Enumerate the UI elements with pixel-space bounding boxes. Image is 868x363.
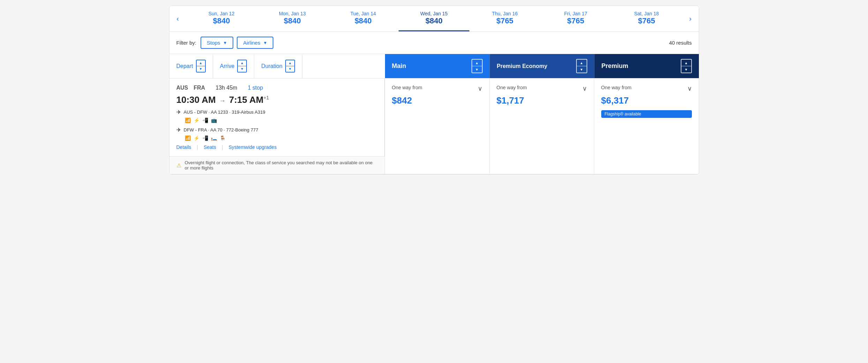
depart-sort-down[interactable]: ▼ <box>197 66 205 72</box>
main-col-label: Main <box>392 62 406 70</box>
stops-label: Stops <box>207 40 220 46</box>
duration-sort-down[interactable]: ▼ <box>286 66 294 72</box>
stops-chevron-icon: ▼ <box>223 40 227 45</box>
leg-route: DFW - FRA · AA 70 · 772-Boeing 777 <box>184 127 258 133</box>
premium-price-amount: $6,317 <box>601 95 692 106</box>
flight-info-wrapper: AUS FRA 13h 45m 1 stop 10:30 AM → 7:15 A… <box>169 78 385 174</box>
pe-sort-up[interactable]: ▲ <box>577 60 587 66</box>
filter-row: Filter by: Stops ▼ Airlines ▼ 40 results <box>169 32 699 54</box>
col-premium-economy-header[interactable]: Premium Economy ▲ ▼ <box>490 54 594 78</box>
flagship-badge[interactable]: Flagship® available <box>601 110 692 118</box>
premium-col-label: Premium <box>602 62 628 70</box>
day-label: Fri, Jan 17 <box>543 11 608 16</box>
arrive-day-offset: +1 <box>263 95 269 100</box>
airlines-label: Airlines <box>243 40 260 46</box>
flight-duration: 13h 45m <box>216 85 237 91</box>
arrive-sort-buttons: ▲ ▼ <box>237 60 247 73</box>
amenities-row: 📶⚡📲📺 <box>185 118 377 123</box>
date-cell-mon-jan13[interactable]: Mon, Jan 13 $840 <box>257 6 328 31</box>
flight-results: AUS FRA 13h 45m 1 stop 10:30 AM → 7:15 A… <box>169 78 699 174</box>
destination-code: FRA <box>194 85 205 91</box>
arrive-sort-down[interactable]: ▼ <box>238 66 246 72</box>
flight-link-details[interactable]: Details <box>176 144 191 150</box>
price-label: $840 <box>260 16 325 25</box>
airport-codes: AUS FRA <box>176 85 205 91</box>
flatbed-icon: 🛏️ <box>211 135 217 141</box>
flight-info: AUS FRA 13h 45m 1 stop 10:30 AM → 7:15 A… <box>169 78 385 156</box>
col-premium-header[interactable]: Premium ▲ ▼ <box>594 54 699 78</box>
flight-legs: ✈ AUS - DFW · AA 1233 · 319-Airbus A319 … <box>176 109 377 141</box>
price-label: $765 <box>543 16 608 25</box>
col-main-header[interactable]: Main ▲ ▼ <box>385 54 490 78</box>
screen-icon: 📲 <box>202 118 208 123</box>
sort-arrive[interactable]: Arrive ▲ ▼ <box>213 54 255 78</box>
date-cell-wed-jan15[interactable]: Wed, Jan 15 $840 <box>399 6 469 31</box>
date-cell-tue-jan14[interactable]: Tue, Jan 14 $840 <box>328 6 399 31</box>
date-cell-fri-jan17[interactable]: Fri, Jan 17 $765 <box>540 6 611 31</box>
wifi-icon: 📶 <box>185 118 191 123</box>
premium-economy-price-cell[interactable]: One way from ∨ $1,717 <box>490 78 594 174</box>
tv-icon: 📺 <box>211 118 217 123</box>
warning-text: Overnight flight or connection, The clas… <box>185 160 378 171</box>
pe-one-way-label: One way from <box>497 85 527 90</box>
day-label: Sat, Jan 18 <box>614 11 679 16</box>
premium-sort-down[interactable]: ▼ <box>681 66 691 73</box>
date-cell-thu-jan16[interactable]: Thu, Jan 16 $765 <box>469 6 540 31</box>
premium-price-cell[interactable]: One way from ∨ $6,317 Flagship® availabl… <box>594 78 699 174</box>
wifi-icon: 📶 <box>185 135 191 141</box>
arrive-sort-up[interactable]: ▲ <box>238 60 246 66</box>
duration-sort-label: Duration <box>261 63 282 69</box>
day-label: Mon, Jan 13 <box>260 11 325 16</box>
sort-row: Depart ▲ ▼ Arrive ▲ ▼ Duration ▲ ▼ <box>169 54 699 78</box>
premium-economy-sort-buttons: ▲ ▼ <box>576 59 587 73</box>
main-price-cell[interactable]: One way from ∨ $842 <box>385 78 490 174</box>
power-icon: ⚡ <box>194 118 199 123</box>
warning-icon: ⚠ <box>176 162 181 169</box>
arrow-icon: → <box>219 97 226 105</box>
duration-sort-buttons: ▲ ▼ <box>285 60 295 73</box>
pe-chevron-icon[interactable]: ∨ <box>582 85 587 92</box>
depart-time: 10:30 AM <box>176 94 216 105</box>
power-icon: ⚡ <box>194 135 199 141</box>
day-label: Thu, Jan 16 <box>472 11 537 16</box>
price-label: $840 <box>331 16 396 25</box>
day-label: Sun, Jan 12 <box>189 11 254 16</box>
flight-result-row: AUS FRA 13h 45m 1 stop 10:30 AM → 7:15 A… <box>169 78 699 174</box>
duration-sort-up[interactable]: ▲ <box>286 60 294 66</box>
main-sort-up[interactable]: ▲ <box>472 60 482 66</box>
pe-price-amount: $1,717 <box>497 95 587 106</box>
date-cells: Sun, Jan 12 $840 Mon, Jan 13 $840 Tue, J… <box>186 6 682 31</box>
price-label: $765 <box>472 16 537 25</box>
premium-price-inner: One way from ∨ <box>601 85 692 92</box>
flight-link-seats[interactable]: Seats <box>204 144 216 150</box>
main-one-way-label: One way from <box>392 85 422 90</box>
sort-duration[interactable]: Duration ▲ ▼ <box>254 54 302 78</box>
date-cell-sun-jan12[interactable]: Sun, Jan 12 $840 <box>186 6 257 31</box>
price-label: $840 <box>189 16 254 25</box>
warning-row: ⚠ Overnight flight or connection, The cl… <box>169 156 385 174</box>
next-date-arrow[interactable]: › <box>682 9 699 28</box>
day-label: Wed, Jan 15 <box>401 11 467 16</box>
sort-depart[interactable]: Depart ▲ ▼ <box>169 54 213 78</box>
stops-filter-button[interactable]: Stops ▼ <box>201 37 233 49</box>
premium-economy-col-label: Premium Economy <box>497 63 548 69</box>
pe-sort-down[interactable]: ▼ <box>577 66 587 73</box>
flight-link-systemwide-upgrades[interactable]: Systemwide upgrades <box>228 144 277 150</box>
prev-date-arrow[interactable]: ‹ <box>169 9 186 28</box>
flight-leg: ✈ AUS - DFW · AA 1233 · 319-Airbus A319 <box>176 109 377 115</box>
arrive-sort-label: Arrive <box>220 63 235 69</box>
main-sort-down[interactable]: ▼ <box>472 66 482 73</box>
link-divider: | <box>197 144 198 150</box>
date-cell-sat-jan18[interactable]: Sat, Jan 18 $765 <box>611 6 682 31</box>
airlines-filter-button[interactable]: Airlines ▼ <box>237 37 273 49</box>
main-sort-buttons: ▲ ▼ <box>471 59 483 73</box>
seat-icon: 🪑 <box>220 135 226 141</box>
arrive-time: 7:15 AM+1 <box>229 94 269 105</box>
depart-sort-buttons: ▲ ▼ <box>196 60 206 73</box>
main-chevron-icon[interactable]: ∨ <box>478 85 482 92</box>
flight-links: Details|Seats|Systemwide upgrades <box>176 144 377 150</box>
depart-sort-up[interactable]: ▲ <box>197 60 205 66</box>
premium-sort-up[interactable]: ▲ <box>681 60 691 66</box>
main-price-amount: $842 <box>392 95 482 106</box>
premium-chevron-icon[interactable]: ∨ <box>687 85 692 92</box>
